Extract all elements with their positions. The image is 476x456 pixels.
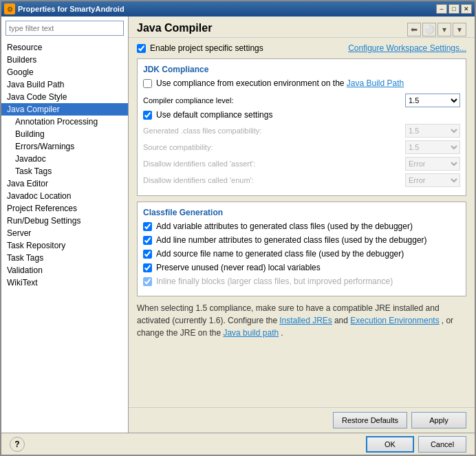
content-area: Resource Builders Google Java Build Path… [1,17,475,433]
tree-item-building[interactable]: Building [1,128,128,140]
enable-specific-label: Enable project specific settings [150,43,263,53]
use-default-row: Use default compliance settings [143,110,460,120]
panel-title: Java Compiler [137,22,212,37]
add-variable-checkbox[interactable] [143,222,152,231]
disallow-assert-select[interactable]: Error [405,157,460,171]
bottom-buttons: Restore Defaults Apply [129,407,475,433]
enable-left: Enable project specific settings [137,43,263,53]
info-and: and [334,316,350,325]
tree-item-wikitext[interactable]: WikiText [1,276,128,289]
close-button[interactable]: ✕ [461,4,472,14]
tree-item-java-code-style[interactable]: Java Code Style [1,91,128,103]
title-bar: ⚙ Properties for SmartyAndroid – □ ✕ [1,1,475,17]
disallow-assert-row: Disallow identifiers called 'assert': Er… [143,157,460,171]
disallow-enum-row: Disallow identifiers called 'enum': Erro… [143,173,460,187]
window-controls: – □ ✕ [436,4,472,14]
inline-label: Inline finally blocks (larger class file… [156,276,393,286]
info-end: . [281,328,283,338]
disallow-assert-label: Disallow identifiers called 'assert': [143,160,405,168]
tree-item-run-debug[interactable]: Run/Debug Settings [1,215,128,227]
tree-item-java-build-path[interactable]: Java Build Path [1,78,128,91]
tree-item-builders[interactable]: Builders [1,54,128,66]
tree-item-google[interactable]: Google [1,66,128,78]
tree-item-validation[interactable]: Validation [1,264,128,276]
cancel-button[interactable]: Cancel [418,436,466,453]
jdk-compliance-row: Use compliance from execution environmen… [143,78,460,88]
generated-compat-row: Generated .class files compatibility: 1.… [143,124,460,138]
restore-defaults-button[interactable]: Restore Defaults [333,412,407,428]
info-text-block: When selecting 1.5 compliance, make sure… [137,302,466,339]
tree-item-server[interactable]: Server [1,227,128,239]
classfile-gen-section: Classfile Generation Add variable attrib… [137,202,466,296]
add-source-label: Add source file name to generated class … [156,249,404,259]
use-default-label: Use default compliance settings [156,110,272,120]
apply-button[interactable]: Apply [411,412,466,428]
tree-item-annotation-processing[interactable]: Annotation Processing [1,116,128,128]
minimize-button[interactable]: – [436,4,447,14]
add-source-checkbox[interactable] [143,250,152,259]
source-compat-select[interactable]: 1.5 [405,140,460,154]
source-compat-row: Source compatibility: 1.5 [143,140,460,154]
tree-item-errors-warnings[interactable]: Errors/Warnings [1,140,128,153]
search-input[interactable] [9,24,120,32]
add-source-row: Add source file name to generated class … [143,249,460,259]
jdk-section-label: JDK Compliance [143,65,460,74]
view-menu-button[interactable]: ▾ [453,23,466,36]
compliance-level-select[interactable]: 1.5 1.6 1.7 [405,94,460,107]
jdk-compliance-section: JDK Compliance Use compliance from execu… [137,58,466,196]
footer-left: ? [10,437,25,452]
panel-toolbar: ⬅ ⚪ ▾ ▾ [407,23,466,36]
footer-right: OK Cancel [366,436,466,453]
preserve-checkbox[interactable] [143,263,152,272]
disallow-enum-label: Disallow identifiers called 'enum': [143,176,405,184]
inline-row: Inline finally blocks (larger class file… [143,276,460,286]
generated-compat-label: Generated .class files compatibility: [143,127,405,135]
compliance-level-row: Compiler compliance level: 1.5 1.6 1.7 [143,94,460,107]
add-variable-label: Add variable attributes to generated cla… [156,221,413,231]
jdk-compliance-checkbox[interactable] [143,79,152,88]
use-default-checkbox[interactable] [143,111,152,120]
java-build-path-link[interactable]: Java Build Path [347,78,404,88]
main-content: Enable project specific settings Configu… [129,38,475,407]
add-line-label: Add line number attributes to generated … [156,235,427,245]
search-box[interactable] [6,21,124,36]
ok-button[interactable]: OK [366,436,414,453]
enable-row: Enable project specific settings Configu… [137,43,466,53]
forward-button[interactable]: ⚪ [422,23,436,36]
java-build-path-link2[interactable]: Java build path [223,328,279,338]
classfile-section-label: Classfile Generation [143,208,460,217]
tree-item-resource[interactable]: Resource [1,41,128,54]
history-dropdown[interactable]: ▾ [437,23,451,36]
disallow-enum-select[interactable]: Error [405,173,460,187]
maximize-button[interactable]: □ [448,4,459,14]
add-line-row: Add line number attributes to generated … [143,235,460,245]
add-variable-row: Add variable attributes to generated cla… [143,221,460,231]
jdk-compliance-text: Use compliance from execution environmen… [156,78,344,88]
installed-jres-link[interactable]: Installed JREs [279,316,332,325]
tree-item-javadoc[interactable]: Javadoc [1,153,128,165]
tree-item-java-compiler[interactable]: Java Compiler [1,103,128,116]
add-line-checkbox[interactable] [143,236,152,245]
source-compat-label: Source compatibility: [143,143,405,151]
window-icon: ⚙ [4,3,15,14]
preserve-row: Preserve unused (never read) local varia… [143,263,460,272]
left-panel: Resource Builders Google Java Build Path… [1,17,129,433]
inline-checkbox[interactable] [143,277,152,286]
generated-compat-select[interactable]: 1.5 [405,124,460,138]
tree-item-task-tags[interactable]: Task Tags [1,252,128,264]
back-button[interactable]: ⬅ [407,23,421,36]
footer-bar: ? OK Cancel [1,433,475,455]
tree: Resource Builders Google Java Build Path… [1,40,128,433]
tree-item-task-tags-child[interactable]: Task Tags [1,165,128,177]
tree-item-java-editor[interactable]: Java Editor [1,177,128,190]
help-button[interactable]: ? [10,437,25,452]
tree-item-javadoc-location[interactable]: Javadoc Location [1,190,128,202]
enable-specific-checkbox[interactable] [137,44,146,53]
tree-item-task-repository[interactable]: Task Repository [1,239,128,252]
exec-env-link[interactable]: Execution Environments [350,316,439,325]
tree-item-project-references[interactable]: Project References [1,202,128,215]
window-title: Properties for SmartyAndroid [18,5,436,13]
right-panel: Java Compiler ⬅ ⚪ ▾ ▾ Enable project spe… [129,17,475,433]
main-window: ⚙ Properties for SmartyAndroid – □ ✕ Res… [0,0,476,456]
configure-workspace-link[interactable]: Configure Workspace Settings... [348,43,466,53]
